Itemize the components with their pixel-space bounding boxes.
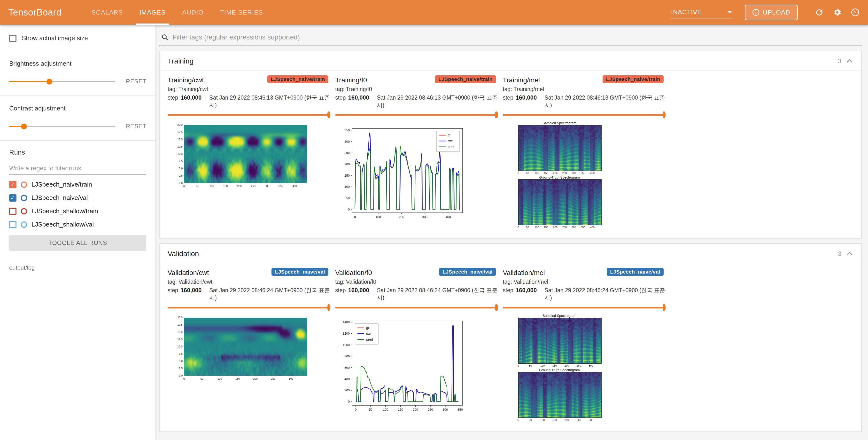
- f0-line-chart: 0501001502002503003500200400600800100012…: [339, 318, 466, 414]
- run-badge: LJSpeech_naive/val: [439, 268, 496, 276]
- card-tag: tag: Validation/cwt: [167, 278, 330, 285]
- tab-images[interactable]: IMAGES: [131, 0, 174, 25]
- training-cards: Training/cwt LJSpeech_naive/train tag: T…: [160, 70, 861, 238]
- training-title: Training: [167, 57, 193, 65]
- svg-text:150: 150: [398, 408, 403, 411]
- output-log-label: output/log: [0, 259, 155, 277]
- run-checkbox[interactable]: [9, 208, 17, 215]
- x-tick-label: 300: [589, 418, 593, 421]
- x-tick-label: 0: [518, 172, 519, 174]
- y-tick-label: 10.0: [175, 152, 183, 155]
- card-step-row: step 160,000 Sat Jan 29 2022 08:46:13 GM…: [503, 94, 665, 109]
- upload-label: UPLOAD: [763, 9, 790, 16]
- validation-f0-figure: 0501001502002503003500200400600800100012…: [339, 318, 498, 415]
- run-checkbox[interactable]: ✓: [9, 194, 17, 202]
- step-slider[interactable]: [503, 112, 665, 118]
- svg-text:gt: gt: [366, 326, 369, 330]
- svg-text:50: 50: [369, 408, 372, 411]
- card-training-mel: Training/mel LJSpeech_naive/train tag: T…: [503, 76, 665, 230]
- show-actual-size-checkbox[interactable]: [9, 35, 17, 42]
- x-tick-label: 300: [289, 377, 293, 380]
- x-tick-label: 50: [529, 418, 532, 421]
- svg-text:350: 350: [344, 128, 350, 132]
- step-slider[interactable]: [167, 112, 330, 118]
- help-icon[interactable]: ?: [850, 7, 860, 18]
- run-color-radio[interactable]: [21, 181, 27, 188]
- training-header[interactable]: Training 3: [160, 51, 861, 70]
- svg-text:250: 250: [344, 151, 350, 154]
- f0-line-chart: 0100200300400050100150200250300350gtcwtp…: [339, 125, 466, 221]
- settings-gear-icon[interactable]: [832, 7, 842, 18]
- step-label: step: [503, 287, 513, 294]
- run-color-radio[interactable]: [21, 195, 27, 201]
- tab-audio[interactable]: AUDIO: [174, 0, 212, 25]
- card-tag: tag: Training/f0: [335, 86, 498, 93]
- status-dropdown[interactable]: INACTIVE: [670, 6, 733, 19]
- svg-text:pred: pred: [366, 338, 373, 342]
- x-tick-label: 100: [540, 418, 545, 421]
- y-tick-label: 12.5: [175, 145, 183, 148]
- tab-scalars[interactable]: SCALARS: [83, 0, 131, 25]
- upload-button[interactable]: UPLOAD: [745, 5, 798, 20]
- y-tick-label: 10.0: [175, 345, 183, 348]
- run-color-radio[interactable]: [21, 208, 27, 214]
- mel-spectrogram-pair: Sampled Spectrogram050100150200250300Gro…: [508, 314, 665, 422]
- runs-filter-input[interactable]: [9, 163, 146, 175]
- card-validation-f0: Validation/f0 LJSpeech_naive/val tag: Va…: [335, 269, 498, 415]
- run-checkbox[interactable]: [9, 221, 17, 228]
- chevron-down-icon: [727, 11, 732, 13]
- x-tick-label: 250: [562, 172, 567, 174]
- svg-text:350: 350: [458, 408, 463, 411]
- run-badge: LJSpeech_naive/train: [268, 75, 329, 83]
- refresh-icon[interactable]: [814, 7, 825, 18]
- collapse-chevron-up-icon[interactable]: [846, 57, 854, 65]
- validation-count: 3: [838, 250, 841, 258]
- status-value: INACTIVE: [671, 8, 702, 16]
- step-timestamp: Sat Jan 29 2022 08:46:13 GMT+0900 (한국 표준…: [545, 94, 665, 109]
- toggle-all-runs-button[interactable]: TOGGLE ALL RUNS: [9, 235, 146, 251]
- tab-time-series[interactable]: TIME SERIES: [212, 0, 271, 25]
- run-label: LJSpeech_naive/train: [31, 181, 92, 188]
- card-training-cwt: Training/cwt LJSpeech_naive/train tag: T…: [167, 76, 330, 190]
- svg-text:0: 0: [348, 400, 350, 403]
- run-label: LJSpeech_naive/val: [31, 194, 88, 202]
- x-tick-label: 100: [534, 226, 539, 229]
- svg-text:1200: 1200: [343, 332, 350, 335]
- card-step-row: step 160,000 Sat Jan 29 2022 08:46:24 GM…: [335, 287, 498, 302]
- x-tick-label: 400: [590, 172, 594, 174]
- svg-text:600: 600: [344, 366, 350, 370]
- svg-text:pred: pred: [447, 145, 454, 149]
- step-value: 160,000: [516, 287, 537, 294]
- run-row-naive-val[interactable]: ✓ LJSpeech_naive/val: [9, 194, 146, 202]
- svg-text:200: 200: [344, 388, 350, 392]
- validation-header[interactable]: Validation 3: [160, 244, 861, 263]
- x-tick-label: 150: [552, 418, 557, 421]
- card-step-row: step 160,000 Sat Jan 29 2022 08:46:24 GM…: [167, 287, 330, 302]
- x-tick-label: 250: [562, 226, 567, 229]
- step-slider[interactable]: [335, 112, 498, 118]
- step-slider[interactable]: [167, 304, 330, 311]
- cwt-image: [184, 318, 307, 376]
- brightness-slider[interactable]: [9, 78, 115, 85]
- svg-text:100: 100: [383, 408, 388, 411]
- svg-text:150: 150: [344, 174, 350, 177]
- step-slider[interactable]: [335, 304, 498, 311]
- training-count: 3: [838, 57, 841, 65]
- contrast-slider[interactable]: [9, 123, 115, 129]
- contrast-reset-button[interactable]: RESET: [126, 123, 146, 129]
- y-tick-label: 0.0: [175, 181, 183, 184]
- run-row-naive-train[interactable]: ✓ LJSpeech_naive/train: [9, 181, 146, 188]
- run-row-shallow-train[interactable]: LJSpeech_shallow/train: [9, 207, 146, 215]
- x-tick-label: 400: [590, 226, 594, 229]
- run-color-radio[interactable]: [21, 222, 27, 228]
- run-row-shallow-val[interactable]: LJSpeech_shallow/val: [9, 221, 146, 228]
- step-slider[interactable]: [503, 304, 665, 311]
- run-checkbox[interactable]: ✓: [9, 181, 17, 188]
- run-badge: LJSpeech_naive/train: [602, 75, 663, 83]
- tag-filter-input[interactable]: [173, 33, 861, 41]
- brightness-reset-button[interactable]: RESET: [126, 78, 146, 85]
- x-tick-label: 300: [589, 364, 593, 367]
- y-tick-label: 17.5: [175, 130, 183, 134]
- collapse-chevron-up-icon[interactable]: [846, 250, 854, 258]
- x-tick-label: 50: [529, 364, 532, 367]
